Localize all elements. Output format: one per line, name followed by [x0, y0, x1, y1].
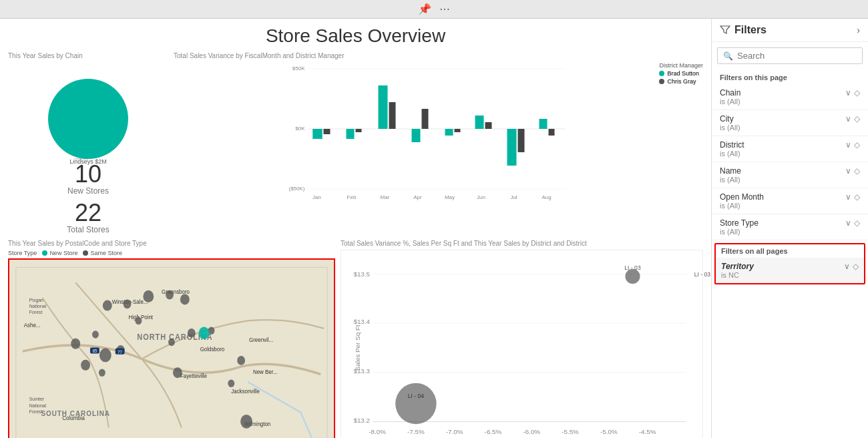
- search-icon: 🔍: [723, 51, 733, 61]
- filter-item-territory: Territory is NC ∨ ◇: [716, 258, 864, 283]
- filter-store-type-controls[interactable]: ∨ ◇: [845, 218, 860, 228]
- filters-title-text: Filters: [734, 24, 767, 36]
- svg-point-0: [48, 79, 128, 159]
- svg-rect-11: [313, 129, 322, 139]
- svg-text:Jan: Jan: [312, 194, 321, 200]
- svg-text:Jul: Jul: [510, 194, 517, 200]
- map-section-label: This Year Sales by PostalCode and Store …: [8, 240, 335, 247]
- svg-text:$0K: $0K: [295, 126, 305, 132]
- more-icon[interactable]: ⋯: [439, 3, 450, 15]
- map-section: This Year Sales by PostalCode and Store …: [8, 240, 335, 438]
- svg-rect-23: [518, 129, 525, 152]
- search-box[interactable]: 🔍: [717, 47, 863, 64]
- variance-chart-title: Total Sales Variance by FiscalMonth and …: [174, 52, 703, 59]
- svg-text:Greenvil...: Greenvil...: [249, 337, 273, 344]
- report-area: Store Sales Overview This Year Sales by …: [0, 19, 711, 438]
- legend-new-label: New Store: [49, 250, 77, 256]
- svg-text:Lindseys $2M: Lindseys $2M: [69, 158, 107, 165]
- svg-text:-6.5%: -6.5%: [485, 428, 502, 435]
- filter-city-name: City: [720, 114, 740, 124]
- filter-name-text: Name is (All): [720, 166, 741, 184]
- chain-section-label: This Year Sales by Chain: [8, 52, 168, 59]
- svg-point-60: [92, 331, 99, 338]
- svg-text:Forest: Forest: [29, 309, 43, 316]
- clear-icon[interactable]: ◇: [853, 262, 859, 271]
- svg-text:May: May: [445, 194, 455, 200]
- svg-text:Jun: Jun: [477, 194, 485, 200]
- svg-point-69: [173, 367, 182, 378]
- filter-district-text: District is (All): [720, 140, 744, 158]
- chain-section: This Year Sales by Chain Lindseys $2M 10…: [8, 52, 168, 234]
- filter-district-controls[interactable]: ∨ ◇: [845, 140, 860, 150]
- svg-point-57: [166, 290, 174, 300]
- filter-city-text: City is (All): [720, 114, 740, 132]
- svg-point-73: [199, 327, 210, 339]
- clear-icon[interactable]: ◇: [854, 140, 860, 150]
- filter-chain-controls[interactable]: ∨ ◇: [845, 88, 860, 97]
- filter-open-month-text: Open Month is (All): [720, 192, 764, 210]
- svg-text:$13.5: $13.5: [353, 270, 370, 278]
- svg-text:Mar: Mar: [381, 194, 390, 200]
- upper-section: This Year Sales by Chain Lindseys $2M 10…: [8, 52, 703, 234]
- svg-rect-10: [324, 129, 331, 134]
- report-title: Store Sales Overview: [8, 25, 703, 47]
- svg-text:-6.0%: -6.0%: [523, 428, 540, 435]
- clear-icon[interactable]: ◇: [854, 88, 860, 97]
- svg-text:-7.0%: -7.0%: [446, 428, 463, 435]
- scatter-chart-title: Total Sales Variance %, Sales Per Sq Ft …: [341, 240, 703, 247]
- chevron-down-icon[interactable]: ∨: [845, 192, 851, 202]
- legend-name-brad: Brad Sutton: [667, 70, 699, 77]
- clear-icon[interactable]: ◇: [854, 192, 860, 202]
- svg-rect-12: [347, 129, 355, 139]
- legend-new-dot: [42, 250, 47, 256]
- search-input[interactable]: [737, 51, 857, 61]
- scatter-section: Total Sales Variance %, Sales Per Sq Ft …: [341, 240, 703, 438]
- svg-point-70: [237, 356, 245, 365]
- svg-text:LI - 03: LI - 03: [694, 271, 711, 278]
- clear-icon[interactable]: ◇: [854, 218, 860, 228]
- svg-text:LI - 03: LI - 03: [624, 264, 641, 271]
- chevron-down-icon[interactable]: ∨: [844, 262, 850, 271]
- chevron-down-icon[interactable]: ∨: [845, 114, 851, 124]
- svg-rect-20: [475, 116, 484, 129]
- top-bar-icons: 📌 ⋯: [418, 3, 450, 15]
- clear-icon[interactable]: ◇: [854, 114, 860, 124]
- chevron-down-icon[interactable]: ∨: [845, 218, 851, 228]
- filter-city-controls[interactable]: ∨ ◇: [845, 114, 860, 124]
- svg-point-66: [168, 339, 175, 346]
- svg-text:New Ber...: New Ber...: [253, 369, 278, 376]
- filter-item-city: City is (All) ∨ ◇: [712, 110, 868, 136]
- svg-point-72: [240, 415, 252, 429]
- filter-name-controls[interactable]: ∨ ◇: [845, 166, 860, 176]
- filter-name-name: Name: [720, 166, 741, 176]
- filters-all-pages: Filters on all pages Territory is NC ∨ ◇: [714, 243, 865, 284]
- store-type-label: Store Type: [8, 250, 37, 256]
- svg-text:77: 77: [118, 349, 122, 354]
- svg-text:LI - 04: LI - 04: [408, 393, 425, 399]
- svg-text:-7.5%: -7.5%: [407, 428, 425, 435]
- filter-district-name: District: [720, 140, 744, 150]
- pin-icon[interactable]: 📌: [418, 3, 431, 15]
- clear-icon[interactable]: ◇: [854, 166, 860, 176]
- chevron-down-icon[interactable]: ∨: [845, 140, 851, 150]
- legend-dot-chris: [659, 79, 664, 84]
- svg-text:Goldsboro: Goldsboro: [200, 346, 225, 353]
- svg-text:Fayetteville: Fayetteville: [180, 373, 207, 380]
- filter-chain-value: is (All): [720, 97, 740, 105]
- filter-item-open-month: Open Month is (All) ∨ ◇: [712, 188, 868, 214]
- map-container: NORTH CAROLINA SOUTH CAROLINA Winston-Sa…: [8, 258, 335, 438]
- chevron-down-icon[interactable]: ∨: [845, 88, 851, 97]
- legend-brad: Brad Sutton: [659, 70, 703, 77]
- filter-territory-controls[interactable]: ∨ ◇: [844, 262, 859, 271]
- filter-open-month-controls[interactable]: ∨ ◇: [845, 192, 860, 202]
- filter-territory-text: Territory is NC: [721, 262, 754, 279]
- svg-rect-17: [422, 109, 429, 129]
- svg-point-62: [99, 349, 112, 363]
- svg-text:Jacksonville: Jacksonville: [231, 388, 260, 395]
- chevron-down-icon[interactable]: ∨: [845, 166, 851, 176]
- svg-text:-5.0%: -5.0%: [600, 428, 618, 435]
- filters-expand-button[interactable]: ›: [857, 25, 860, 35]
- total-stores-label: Total Stores: [67, 225, 109, 234]
- svg-text:Apr: Apr: [413, 194, 422, 200]
- filters-title: Filters: [720, 24, 767, 36]
